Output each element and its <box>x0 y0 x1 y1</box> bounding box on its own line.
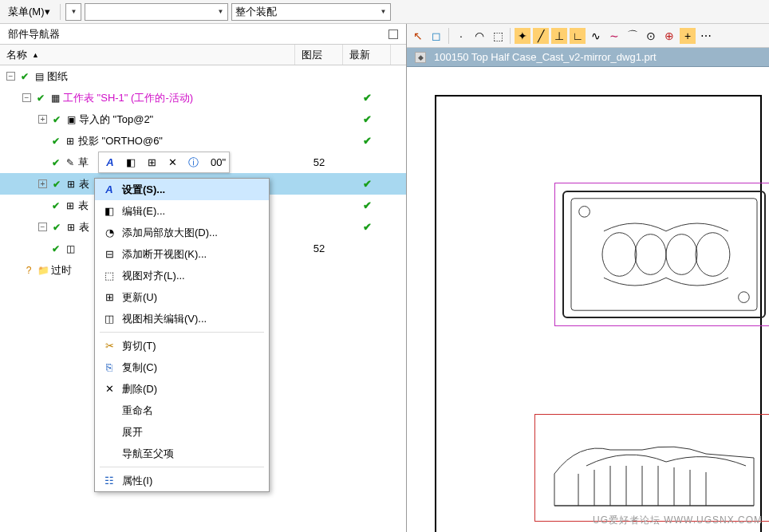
ctx-delete[interactable]: ✕删除(D) <box>95 378 269 400</box>
check-icon: ✔ <box>363 113 372 125</box>
tab-gem-icon: ◆ <box>415 52 426 63</box>
style-icon: A <box>101 183 117 195</box>
separator <box>448 28 449 44</box>
tool-target-icon[interactable]: ⊕ <box>661 28 677 44</box>
panel-header: 部件导航器 <box>0 24 406 45</box>
tool-arc-icon[interactable]: ⌒ <box>625 28 641 44</box>
tool-snap-icon[interactable]: ✦ <box>515 28 530 44</box>
tool-more-icon[interactable]: ⋯ <box>698 28 714 44</box>
ctx-add-break[interactable]: ⊟添加断开视图(K)... <box>95 243 269 265</box>
svg-point-5 <box>666 234 697 275</box>
tool-plus-icon[interactable]: + <box>680 28 696 44</box>
copy-icon: ⎘ <box>101 361 117 373</box>
panel-title: 部件导航器 <box>8 27 60 41</box>
tool-icon-2[interactable]: ⊞ <box>144 155 160 171</box>
tool-lasso-icon[interactable]: ◠ <box>471 28 487 44</box>
worksheet-icon: ▦ <box>49 92 61 104</box>
ctx-cut[interactable]: ✂剪切(T) <box>95 335 269 357</box>
style-icon[interactable]: A <box>102 155 118 171</box>
table-icon: ⊞ <box>64 199 77 212</box>
edit-icon: ◧ <box>101 205 117 217</box>
check-icon: ✔ <box>363 199 372 211</box>
ctx-copy[interactable]: ⎘复制(C) <box>95 357 269 378</box>
context-menu: A设置(S)... ◧编辑(E)... ◔添加局部放大图(D)... ⊟添加断开… <box>94 178 270 492</box>
import-icon: ▣ <box>65 113 77 126</box>
table-icon: ⊞ <box>65 221 77 234</box>
separator <box>510 28 511 44</box>
tool-box-icon[interactable]: ◻ <box>428 28 444 44</box>
tree-row-import[interactable]: +✔▣导入的 "Top@2" ✔ <box>0 108 406 130</box>
delete-icon[interactable]: ✕ <box>164 155 180 171</box>
delete-icon: ✕ <box>101 383 117 395</box>
tree-row-projection[interactable]: ✔⊞投影 "ORTHO@6" ✔ <box>0 130 406 152</box>
menu-separator <box>100 332 264 333</box>
ctx-settings[interactable]: A设置(S)... <box>95 179 269 200</box>
tool-point-icon[interactable]: · <box>453 28 469 44</box>
menu-separator <box>100 467 264 467</box>
col-latest[interactable]: 最新 <box>343 45 391 65</box>
item-icon: ◫ <box>64 242 77 255</box>
check-icon: ✔ <box>50 113 63 126</box>
svg-point-2 <box>739 292 750 303</box>
ctx-update[interactable]: ⊞更新(U) <box>95 286 269 308</box>
panel-collapse-icon[interactable] <box>388 30 398 39</box>
tree-row-drawing[interactable]: −✔▤图纸 <box>0 65 406 87</box>
collapse-icon[interactable]: − <box>38 223 47 231</box>
tree-header: 名称▲ 图层 最新 <box>0 45 406 65</box>
ctx-align[interactable]: ⬚视图对齐(L)... <box>95 265 269 286</box>
collapse-icon[interactable]: − <box>6 72 15 81</box>
tool-circle-icon[interactable]: ⊙ <box>643 28 659 44</box>
svg-point-4 <box>635 234 666 275</box>
col-layer[interactable]: 图层 <box>295 45 343 65</box>
svg-point-3 <box>602 233 637 277</box>
check-icon: ✔ <box>363 92 372 104</box>
info-icon[interactable]: ⓘ <box>185 155 201 171</box>
mini-toolbar: A ◧ ⊞ ✕ ⓘ 00" <box>98 152 230 173</box>
dropdown-2[interactable]: ▼ <box>85 3 228 21</box>
tool-icon[interactable]: ◧ <box>123 155 139 171</box>
collapse-icon[interactable]: − <box>22 93 31 102</box>
col-name[interactable]: 名称▲ <box>0 45 295 65</box>
check-icon: ✔ <box>49 199 62 212</box>
tool-select-icon[interactable]: ↖ <box>410 28 426 44</box>
document-tab[interactable]: ◆ 100150 Top Half Case_Cast_v2-mirror_dw… <box>407 48 769 67</box>
update-icon: ⊞ <box>101 291 117 303</box>
ctx-view-edit[interactable]: ◫视图相关编辑(V)... <box>95 308 269 329</box>
graphics-area: ↖ ◻ · ◠ ⬚ ✦ ╱ ⊥ ∟ ∿ ∼ ⌒ ⊙ ⊕ + ⋯ ◆ 100150… <box>407 24 769 532</box>
detail-icon: ◔ <box>101 227 117 238</box>
expand-icon[interactable]: + <box>38 115 47 124</box>
tree-row-worksheet[interactable]: −✔▦工作表 "SH-1" (工作的-活动) ✔ <box>0 87 406 108</box>
svg-point-6 <box>696 233 730 277</box>
menu-button[interactable]: 菜单(M)▾ <box>3 3 55 21</box>
question-icon: ? <box>22 264 35 277</box>
tool-perp-icon[interactable]: ⊥ <box>551 28 567 44</box>
dropdown-1[interactable]: ▼ <box>65 3 81 21</box>
tree-row-sketch[interactable]: ✔✎草 52 A ◧ ⊞ ✕ ⓘ 00" <box>0 152 406 173</box>
ctx-expand[interactable]: 展开 <box>95 421 269 443</box>
ctx-add-detail[interactable]: ◔添加局部放大图(D)... <box>95 222 269 243</box>
tool-wave-icon[interactable]: ∿ <box>588 28 604 44</box>
mechanical-drawing-1 <box>562 191 766 318</box>
ctx-properties[interactable]: ☷属性(I) <box>95 470 269 491</box>
tool-spline-icon[interactable]: ∼ <box>606 28 622 44</box>
check-icon: ✔ <box>363 221 372 233</box>
mechanical-drawing-2 <box>546 434 762 514</box>
viewedit-icon: ◫ <box>101 313 117 325</box>
top-toolbar: 菜单(M)▾ ▼ ▼ 整个装配▼ <box>0 0 769 24</box>
tool-line-icon[interactable]: ╱ <box>533 28 549 44</box>
tool-rect-icon[interactable]: ⬚ <box>490 28 506 44</box>
tool-angle-icon[interactable]: ∟ <box>570 28 586 44</box>
svg-rect-0 <box>571 199 757 310</box>
expand-icon[interactable]: + <box>38 179 47 188</box>
projection-icon: ⊞ <box>64 135 77 148</box>
folder-icon: 📁 <box>37 264 49 277</box>
drawing-canvas[interactable]: UG爱好者论坛 WWW.UGSNX.COM <box>407 67 769 532</box>
ctx-edit[interactable]: ◧编辑(E)... <box>95 200 269 222</box>
tree-body: −✔▤图纸 −✔▦工作表 "SH-1" (工作的-活动) ✔ +✔▣导入的 "T… <box>0 65 406 532</box>
check-icon: ✔ <box>50 221 63 234</box>
break-icon: ⊟ <box>101 248 117 260</box>
ctx-nav-parent[interactable]: 导航至父项 <box>95 443 269 464</box>
ctx-rename[interactable]: 重命名 <box>95 400 269 421</box>
align-icon: ⬚ <box>101 270 117 282</box>
dropdown-assembly[interactable]: 整个装配▼ <box>231 3 391 21</box>
